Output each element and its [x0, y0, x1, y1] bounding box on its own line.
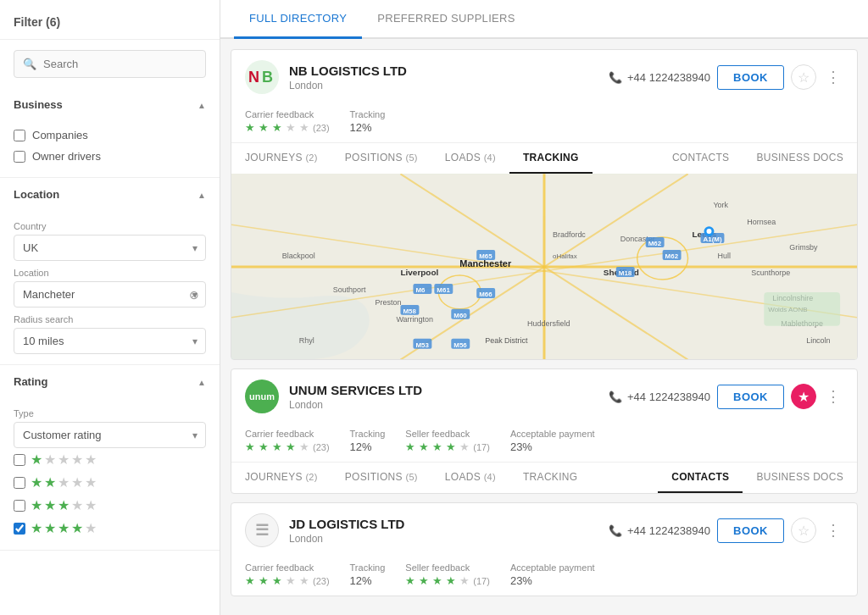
jd-carrier-feedback-label: Carrier feedback [245, 562, 330, 573]
unum-book-button[interactable]: BOOK [717, 385, 784, 409]
nb-carrier-stars: ★ ★ ★ ★ ★ (23) [245, 121, 330, 134]
unum-favorite-button[interactable]: ★ [791, 384, 816, 409]
location-input[interactable] [14, 281, 206, 308]
unum-seller-stars: ★ ★ ★ ★ ★ (17) [405, 440, 490, 453]
location-section-header[interactable]: Location [0, 178, 220, 211]
unum-nav-tracking[interactable]: TRACKING [509, 463, 591, 493]
owner-drivers-checkbox[interactable] [14, 151, 25, 163]
country-select[interactable]: UK [14, 235, 206, 261]
rating-section-content: Type Customer rating ★ ★ ★ ★ ★ [0, 398, 220, 550]
jd-payment-value: 23% [510, 574, 595, 587]
svg-text:M66: M66 [479, 291, 492, 298]
svg-text:York: York [713, 201, 728, 209]
unum-card-actions: 📞 +44 1224238940 BOOK ★ ⋮ [609, 384, 843, 409]
unum-tracking-value: 12% [350, 440, 386, 453]
rating-row-2: ★ ★ ★ ★ ★ [14, 471, 206, 494]
jd-carrier-feedback: Carrier feedback ★ ★ ★ ★ ★ (23) [245, 562, 330, 587]
business-label: Business [14, 98, 63, 111]
jd-book-button[interactable]: BOOK [717, 518, 784, 543]
cards-area: N B NB LOGISTICS LTD London 📞 +44 122423… [220, 39, 868, 615]
star-4-5: ★ [85, 520, 97, 536]
star-1-5: ★ [85, 452, 97, 468]
tabs-bar: FULL DIRECTORY PREFERRED SUPPLIERS [220, 0, 868, 39]
svg-text:Warrington: Warrington [396, 315, 433, 324]
svg-text:Bradfordc: Bradfordc [553, 230, 586, 239]
rating-row-3: ★ ★ ★ ★ ★ [14, 494, 206, 517]
rating-type-select[interactable]: Customer rating [14, 422, 206, 448]
nb-nav-positions[interactable]: POSITIONS (5) [331, 143, 431, 174]
nb-favorite-button[interactable]: ☆ [791, 64, 816, 90]
svg-text:oHalifax: oHalifax [553, 252, 577, 260]
supplier-card-unum: unum UNUM SERVICES LTD London 📞 +44 1224… [231, 368, 858, 494]
type-label: Type [14, 408, 206, 418]
unum-nav-contacts[interactable]: CONTACTS [658, 463, 743, 493]
star-2-5: ★ [85, 474, 97, 490]
svg-text:M61: M61 [437, 286, 450, 294]
radius-select-wrapper: 10 miles 25 miles 50 miles [14, 328, 206, 354]
owner-drivers-filter[interactable]: Owner drivers [14, 146, 206, 167]
unum-nav-positions[interactable]: POSITIONS (5) [331, 463, 431, 493]
country-label: Country [14, 221, 206, 231]
svg-text:Blackpool: Blackpool [282, 252, 315, 260]
card-header-nb: N B NB LOGISTICS LTD London 📞 +44 122423… [231, 50, 857, 104]
jd-tracking-label: Tracking [350, 562, 386, 573]
svg-text:M56: M56 [453, 341, 467, 349]
jd-phone-icon: 📞 [609, 524, 622, 537]
rating-checkbox-2[interactable] [14, 477, 25, 489]
search-icon: 🔍 [23, 58, 36, 70]
jd-seller-feedback-label: Seller feedback [405, 562, 490, 573]
nb-city: London [289, 80, 598, 91]
tab-preferred-suppliers[interactable]: PREFERRED SUPPLIERS [362, 0, 530, 39]
stars-2: ★ ★ ★ ★ ★ [31, 474, 97, 490]
rating-section-header[interactable]: Rating [0, 365, 220, 398]
nb-nav-tracking[interactable]: TRACKING [509, 143, 593, 174]
unum-nav-journeys[interactable]: JOURNEYS (2) [231, 463, 331, 493]
nb-phone-area: 📞 +44 1224238940 [609, 71, 710, 84]
jd-more-button[interactable]: ⋮ [823, 520, 843, 540]
svg-text:Preston: Preston [376, 298, 402, 307]
rating-checkbox-1[interactable] [14, 454, 25, 466]
jd-phone-area: 📞 +44 1224238940 [609, 524, 710, 537]
unum-payment-value: 23% [510, 440, 595, 453]
supplier-card-nb-logistics: N B NB LOGISTICS LTD London 📞 +44 122423… [231, 49, 858, 360]
companies-checkbox[interactable] [14, 130, 25, 141]
tab-full-directory[interactable]: FULL DIRECTORY [234, 0, 362, 39]
rating-checkbox-3[interactable] [14, 500, 25, 512]
nb-star-2: ★ [259, 121, 269, 134]
radius-select[interactable]: 10 miles 25 miles 50 miles [14, 328, 206, 354]
companies-filter[interactable]: Companies [14, 125, 206, 146]
unum-more-button[interactable]: ⋮ [823, 386, 843, 407]
nb-nav-loads[interactable]: LOADS (4) [431, 143, 509, 174]
rating-checkbox-4[interactable] [14, 523, 25, 535]
nb-tracking-label: Tracking [350, 109, 386, 119]
nb-star-1: ★ [245, 121, 255, 134]
location-clear-icon[interactable]: ⊗ [189, 288, 199, 302]
star-2-2: ★ [44, 474, 56, 490]
sidebar: Filter (6) 🔍 Business Companies Owner dr… [0, 0, 220, 615]
unum-feedback-count: (23) [313, 442, 330, 452]
svg-text:M6: M6 [415, 286, 426, 294]
nb-nav-contacts[interactable]: CONTACTS [659, 143, 743, 174]
nb-nav-journeys[interactable]: JOURNEYS (2) [231, 143, 331, 174]
nb-tracking: Tracking 12% [350, 109, 386, 134]
nb-nav-business-docs[interactable]: BUSINESS DOCS [743, 143, 857, 174]
unum-logo: unum [245, 380, 279, 413]
unum-nav-loads[interactable]: LOADS (4) [431, 463, 509, 493]
location-input-label: Location [14, 268, 206, 278]
nb-tracking-value: 12% [350, 121, 386, 134]
star-2-4: ★ [71, 474, 83, 490]
search-box[interactable]: 🔍 [14, 50, 206, 78]
nb-star-5: ★ [299, 121, 309, 134]
business-section-header[interactable]: Business [0, 88, 220, 121]
unum-nav-business-docs[interactable]: BUSINESS DOCS [743, 463, 857, 493]
nb-card-nav: JOURNEYS (2) POSITIONS (5) LOADS (4) TRA… [231, 142, 857, 174]
jd-feedback-count: (23) [313, 576, 330, 586]
business-section: Business Companies Owner drivers [0, 88, 220, 178]
search-input[interactable] [43, 58, 197, 70]
jd-favorite-button[interactable]: ☆ [791, 518, 816, 543]
jd-tracking: Tracking 12% [350, 562, 386, 587]
nb-more-button[interactable]: ⋮ [823, 67, 843, 87]
nb-book-button[interactable]: BOOK [717, 65, 784, 90]
unum-company-name: UNUM SERVICES LTD [289, 383, 598, 397]
svg-text:Lincoln: Lincoln [806, 336, 830, 345]
